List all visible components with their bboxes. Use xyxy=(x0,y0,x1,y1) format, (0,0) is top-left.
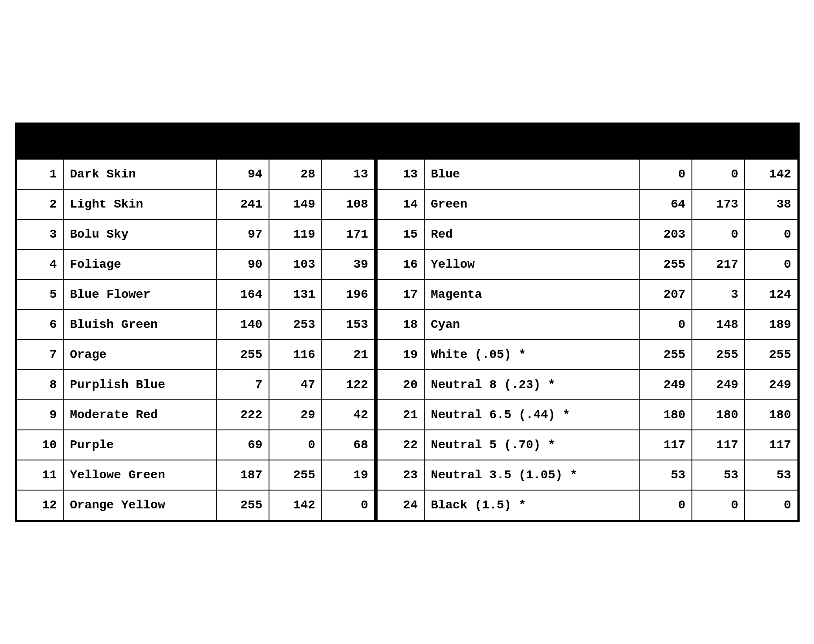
row-name: Blue xyxy=(424,159,639,189)
row-num: 18 xyxy=(377,310,424,340)
row-g: 0 xyxy=(692,490,745,520)
row-r: 0 xyxy=(639,159,692,189)
main-table: 1Dark Skin9428132Light Skin2411491083Bol… xyxy=(15,123,800,522)
table-row: 21Neutral 6.5 (.44) *180180180 xyxy=(377,400,797,430)
row-r: 0 xyxy=(639,490,692,520)
table-row: 22Neutral 5 (.70) *117117117 xyxy=(377,430,797,460)
row-name: Moderate Red xyxy=(63,400,216,430)
row-b: 21 xyxy=(322,340,375,370)
row-r: 97 xyxy=(216,219,269,249)
row-b: 53 xyxy=(745,460,797,490)
row-num: 6 xyxy=(17,310,64,340)
row-name: Orange Yellow xyxy=(63,490,216,520)
table-row: 23Neutral 3.5 (1.05) *535353 xyxy=(377,460,797,490)
row-g: 0 xyxy=(692,159,745,189)
right-header-row xyxy=(377,124,797,159)
row-g: 117 xyxy=(692,430,745,460)
row-b: 68 xyxy=(322,430,375,460)
left-header-row xyxy=(17,124,375,159)
row-g: 142 xyxy=(269,490,322,520)
row-r: 207 xyxy=(639,279,692,310)
table-row: 13Blue00142 xyxy=(377,159,797,189)
row-g: 180 xyxy=(692,400,745,430)
row-num: 11 xyxy=(17,460,64,490)
row-name: Foliage xyxy=(63,249,216,279)
left-table: 1Dark Skin9428132Light Skin2411491083Bol… xyxy=(16,124,375,521)
row-b: 117 xyxy=(745,430,797,460)
row-b: 108 xyxy=(322,189,375,219)
row-b: 255 xyxy=(745,340,797,370)
row-g: 255 xyxy=(692,340,745,370)
table-row: 1Dark Skin942813 xyxy=(17,159,375,189)
table-row: 16Yellow2552170 xyxy=(377,249,797,279)
row-name: Blue Flower xyxy=(63,279,216,310)
row-g: 47 xyxy=(269,370,322,400)
row-name: Black (1.5) * xyxy=(424,490,639,520)
row-num: 3 xyxy=(17,219,64,249)
row-g: 149 xyxy=(269,189,322,219)
row-b: 0 xyxy=(322,490,375,520)
row-g: 53 xyxy=(692,460,745,490)
table-row: 7Orage25511621 xyxy=(17,340,375,370)
row-name: Purple xyxy=(63,430,216,460)
row-r: 164 xyxy=(216,279,269,310)
left-header-num xyxy=(17,124,64,159)
row-name: Yellowe Green xyxy=(63,460,216,490)
row-r: 255 xyxy=(639,249,692,279)
row-num: 24 xyxy=(377,490,424,520)
row-b: 124 xyxy=(745,279,797,310)
row-name: Bluish Green xyxy=(63,310,216,340)
row-num: 12 xyxy=(17,490,64,520)
right-header-name xyxy=(424,124,639,159)
row-b: 196 xyxy=(322,279,375,310)
left-header-r xyxy=(216,124,269,159)
row-num: 19 xyxy=(377,340,424,370)
row-num: 16 xyxy=(377,249,424,279)
row-b: 0 xyxy=(745,219,797,249)
row-g: 3 xyxy=(692,279,745,310)
row-b: 19 xyxy=(322,460,375,490)
row-b: 39 xyxy=(322,249,375,279)
table-row: 17Magenta2073124 xyxy=(377,279,797,310)
row-num: 15 xyxy=(377,219,424,249)
row-b: 249 xyxy=(745,370,797,400)
row-r: 180 xyxy=(639,400,692,430)
row-g: 148 xyxy=(692,310,745,340)
row-name: Green xyxy=(424,189,639,219)
row-name: Magenta xyxy=(424,279,639,310)
row-g: 0 xyxy=(269,430,322,460)
row-g: 119 xyxy=(269,219,322,249)
row-num: 1 xyxy=(17,159,64,189)
row-num: 2 xyxy=(17,189,64,219)
table-row: 6Bluish Green140253153 xyxy=(17,310,375,340)
row-num: 22 xyxy=(377,430,424,460)
row-name: Light Skin xyxy=(63,189,216,219)
left-header-name xyxy=(63,124,216,159)
row-name: Purplish Blue xyxy=(63,370,216,400)
row-b: 13 xyxy=(322,159,375,189)
row-name: Bolu Sky xyxy=(63,219,216,249)
row-g: 103 xyxy=(269,249,322,279)
right-header-r xyxy=(639,124,692,159)
table-row: 5Blue Flower164131196 xyxy=(17,279,375,310)
row-r: 0 xyxy=(639,310,692,340)
row-num: 23 xyxy=(377,460,424,490)
table-row: 8Purplish Blue747122 xyxy=(17,370,375,400)
row-b: 0 xyxy=(745,490,797,520)
row-name: Neutral 8 (.23) * xyxy=(424,370,639,400)
row-r: 64 xyxy=(639,189,692,219)
table-row: 10Purple69068 xyxy=(17,430,375,460)
row-num: 5 xyxy=(17,279,64,310)
row-num: 9 xyxy=(17,400,64,430)
row-r: 7 xyxy=(216,370,269,400)
row-name: Neutral 6.5 (.44) * xyxy=(424,400,639,430)
row-b: 42 xyxy=(322,400,375,430)
row-r: 53 xyxy=(639,460,692,490)
row-r: 255 xyxy=(216,340,269,370)
row-b: 189 xyxy=(745,310,797,340)
row-r: 241 xyxy=(216,189,269,219)
row-num: 4 xyxy=(17,249,64,279)
row-g: 0 xyxy=(692,219,745,249)
row-g: 173 xyxy=(692,189,745,219)
row-name: Cyan xyxy=(424,310,639,340)
